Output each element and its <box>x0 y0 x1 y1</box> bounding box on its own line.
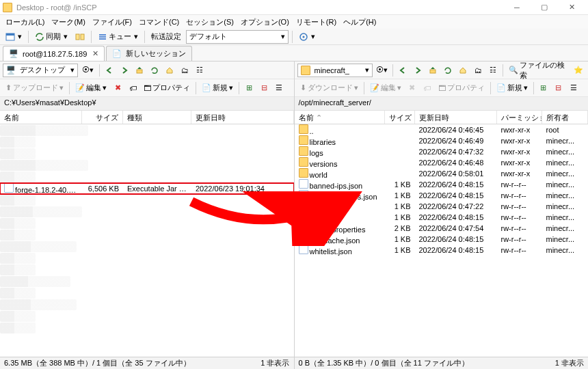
local-nav-back[interactable]: ⦿▾ <box>79 64 96 77</box>
titlebar: Desktop - root@ /inSCP ─ ▢ ✕ <box>0 0 588 15</box>
remote-file-row[interactable]: ..2022/06/24 0:46:45rwxr-xr-xroot <box>295 124 589 135</box>
status-right: 0 B（全 1.35 KB 中）/ 0 個目（全 11 ファイル中） <box>299 358 469 368</box>
close-button[interactable]: ✕ <box>558 1 585 14</box>
svg-rect-3 <box>81 34 84 40</box>
fld-icon <box>299 135 308 145</box>
remote-file-row[interactable]: versions2022/06/24 0:46:48rwxr-xr-xminec… <box>295 157 589 168</box>
session-tab-active[interactable]: 🖥️root@118.27.5.189✕ <box>3 46 105 61</box>
compare-button[interactable] <box>72 30 88 44</box>
local-location-select[interactable]: 🖥️デスクトップ▾ <box>3 64 78 77</box>
address-book-button[interactable]: ▾ <box>3 30 25 44</box>
menu-options[interactable]: オプション(O) <box>238 16 292 29</box>
svg-rect-10 <box>430 70 436 73</box>
settings-button[interactable]: ▾ <box>296 30 318 44</box>
fld-icon <box>299 157 308 167</box>
rcol-perm[interactable]: パーミッション <box>497 111 542 124</box>
minimize-button[interactable]: ─ <box>503 1 531 14</box>
local-pane: 🖥️デスクトップ▾ ⦿▾ 🗂 ☷ ⬆ アップロード ▾ 📝 編集 ▾ ✖ 🏷 🗔… <box>0 62 295 357</box>
maximize-button[interactable]: ▢ <box>531 1 558 14</box>
remote-bookmark-button[interactable]: ⭐ <box>571 64 585 77</box>
remote-refresh-button[interactable] <box>441 64 455 77</box>
local-tree-button[interactable]: ☷ <box>193 64 206 77</box>
remote-forward-button[interactable] <box>411 64 425 77</box>
local-path: C:¥Users¥masat¥Desktop¥ <box>0 97 294 111</box>
remote-properties-button[interactable]: 🗔 プロパティ <box>436 81 487 95</box>
remote-root-button[interactable]: 🗂 <box>471 64 485 77</box>
local-delete-button[interactable]: ✖ <box>111 81 124 95</box>
rcol-date[interactable]: 更新日時 <box>415 111 497 124</box>
rcol-own[interactable]: 所有者 <box>542 111 589 124</box>
remote-file-row[interactable]: server.properties2 KB2022/06/24 0:47:54r… <box>295 223 589 234</box>
close-tab-icon[interactable]: ✕ <box>92 49 98 58</box>
col-size[interactable]: サイズ <box>82 111 123 124</box>
remote-file-row[interactable]: ops.json1 KB2022/06/24 0:48:15rw-r--r--m… <box>295 212 589 223</box>
menu-help[interactable]: ヘルプ(H) <box>340 16 379 29</box>
remote-back-button[interactable] <box>396 64 410 77</box>
local-file-row[interactable]: forge-1.18.2-40.1.0-in... 6,506 KB Execu… <box>0 183 294 194</box>
remote-file-row[interactable]: whitelist.json1 KB2022/06/24 0:48:15rw-r… <box>295 245 589 256</box>
file-icon <box>299 190 308 200</box>
local-minus-button[interactable]: ⊟ <box>257 81 271 95</box>
remote-file-row[interactable]: usercache.json1 KB2022/06/24 0:48:15rw-r… <box>295 234 589 245</box>
remote-file-row[interactable]: world2022/06/24 0:58:01rwxr-xr-xminecr..… <box>295 168 589 179</box>
menu-remote[interactable]: リモート(R) <box>293 16 339 29</box>
menu-local[interactable]: ローカル(L) <box>3 16 47 29</box>
status-right-hidden: 1 非表示 <box>555 358 584 368</box>
local-rename-button[interactable]: 🏷 <box>126 81 139 95</box>
download-button[interactable]: ⬇ ダウンロード ▾ <box>297 81 361 95</box>
col-type[interactable]: 種類 <box>123 111 191 124</box>
local-rows[interactable]: forge-1.18.2-40.1.0-in... 6,506 KB Execu… <box>0 124 294 357</box>
local-refresh-button[interactable] <box>148 64 161 77</box>
local-new-button[interactable]: 📄 新規 ▾ <box>199 81 236 95</box>
remote-path: /opt/minecraft_server/ <box>295 97 589 111</box>
remote-file-row[interactable]: banned-ips.json1 KB2022/06/24 0:48:15rw-… <box>295 179 589 190</box>
remote-file-row[interactable]: eula.txt1 KB2022/06/24 0:47:22rw-r--r--m… <box>295 201 589 212</box>
rcol-name[interactable]: 名前 ⌃ <box>295 111 385 124</box>
local-forward-button[interactable] <box>118 64 131 77</box>
upload-button[interactable]: ⬆ アップロード ▾ <box>3 81 66 95</box>
remote-edit-button[interactable]: 📝 編集 ▾ <box>367 81 404 95</box>
fld-icon <box>299 168 308 178</box>
svg-rect-4 <box>99 34 106 36</box>
remote-nav-hist[interactable]: ⦿▾ <box>374 64 390 77</box>
local-properties-button[interactable]: 🗔 プロパティ <box>141 81 193 95</box>
remote-new-button[interactable]: 📄 新規 ▾ <box>494 81 531 95</box>
remote-location-select[interactable]: minecraft_▾ <box>297 64 373 77</box>
remote-file-row[interactable]: logs2022/06/24 0:47:32rwxr-xr-xminecr... <box>295 146 589 157</box>
remote-minus-button[interactable]: ⊟ <box>552 81 565 95</box>
rcol-size[interactable]: サイズ <box>385 111 415 124</box>
sync-button[interactable]: 同期▾ <box>32 30 70 44</box>
remote-up-button[interactable] <box>426 64 440 77</box>
remote-file-row[interactable]: libraries2022/06/24 0:46:49rwxr-xr-xmine… <box>295 135 589 146</box>
menu-file[interactable]: ファイル(F) <box>90 16 135 29</box>
col-name[interactable]: 名前 <box>0 111 82 124</box>
remote-file-row[interactable]: banned-players.json1 KB2022/06/24 0:48:1… <box>295 190 589 201</box>
menu-mark[interactable]: マーク(M) <box>49 16 88 29</box>
menu-session[interactable]: セッション(S) <box>183 16 237 29</box>
file-icon <box>299 223 308 232</box>
remote-view-button[interactable]: ☰ <box>567 81 580 95</box>
remote-home-button[interactable] <box>456 64 470 77</box>
remote-tree-button[interactable]: ☷ <box>486 64 500 77</box>
status-left: 6.35 MB（全 388 MB 中）/ 1 個目（全 35 ファイル中） <box>4 358 191 368</box>
remote-rows[interactable]: ..2022/06/24 0:46:45rwxr-xr-xrootlibrari… <box>295 124 589 357</box>
local-view-button[interactable]: ☰ <box>272 81 286 95</box>
statusbar: 6.35 MB（全 388 MB 中）/ 1 個目（全 35 ファイル中）1 非… <box>0 357 588 369</box>
queue-button[interactable]: キュー▾ <box>95 30 141 44</box>
local-root-button[interactable]: 🗂 <box>178 64 191 77</box>
local-edit-button[interactable]: 📝 編集 ▾ <box>72 81 109 95</box>
transfer-preset-select[interactable]: デフォルト▾ <box>186 30 289 44</box>
local-up-button[interactable] <box>133 64 146 77</box>
svg-point-8 <box>303 36 305 38</box>
local-plus-button[interactable]: ⊞ <box>242 81 256 95</box>
remote-plus-button[interactable]: ⊞ <box>537 81 550 95</box>
remote-delete-button[interactable]: ✖ <box>405 81 419 95</box>
menu-command[interactable]: コマンド(C) <box>136 16 182 29</box>
new-session-tab[interactable]: 📄新しいセッション <box>106 46 192 61</box>
remote-search-button[interactable]: 🔍 ファイルの検索 <box>506 64 570 77</box>
local-home-button[interactable] <box>163 64 176 77</box>
remote-rename-button[interactable]: 🏷 <box>420 81 434 95</box>
local-back-button[interactable] <box>103 64 116 77</box>
col-date[interactable]: 更新日時 <box>191 111 294 124</box>
remote-pane: minecraft_▾ ⦿▾ 🗂 ☷ 🔍 ファイルの検索 ⭐ ⬇ ダウンロード … <box>295 62 589 357</box>
